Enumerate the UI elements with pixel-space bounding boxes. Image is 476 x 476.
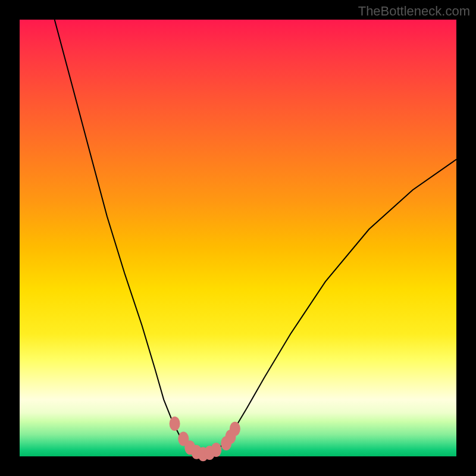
chart-plot-area [20, 20, 456, 456]
data-marker [230, 422, 240, 436]
chart-svg [20, 20, 456, 456]
marker-group [170, 416, 240, 461]
data-marker [211, 443, 221, 457]
data-marker [170, 416, 180, 431]
bottleneck-curve-line [55, 20, 456, 454]
watermark-text: TheBottleneck.com [358, 4, 470, 19]
